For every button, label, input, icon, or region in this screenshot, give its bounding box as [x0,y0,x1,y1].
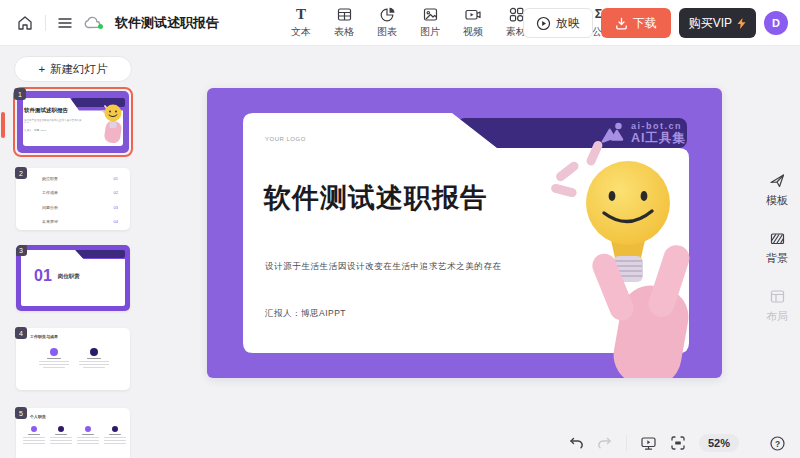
text-icon: T [296,5,306,23]
thumb-cover-art [95,99,125,143]
lightning-icon [737,18,746,29]
section-title: 岗位职责 [58,273,80,280]
download-button[interactable]: 下载 [601,8,671,38]
circle-marker [50,348,58,356]
thumb-item [103,426,127,444]
app-window: 软件测试述职报告 T 文本 表格 图表 [0,0,800,458]
thumb-title: 个人职责 [30,414,46,419]
cloud-sync-icon[interactable] [84,16,102,30]
thumb-item [78,348,110,368]
table-icon [336,5,353,23]
thumb-item [22,426,46,444]
slide-subtitle[interactable]: 设计源于生活生活因设计改变在生活中追求艺术之美的存在 [265,261,502,273]
watermark: ai-bot.cn AI工具集 [601,119,686,147]
thumb-subtitle: 设计源于生活生活因设计改变在生活中追求艺术之美的存在 [24,119,82,123]
buy-vip-button[interactable]: 购买VIP [679,8,756,38]
scroll-indicator[interactable] [1,112,5,138]
divider [45,15,46,31]
circle-marker [58,426,64,432]
thumb-item [38,348,70,368]
background-icon [769,230,786,247]
zoom-level[interactable]: 52% [699,434,739,452]
slide-thumbnail-3[interactable]: 3 01 岗位职责 [16,245,130,311]
watermark-logo-icon [601,121,625,145]
thumb-title: 工作职责与成果 [30,334,58,339]
presenter-view-button[interactable] [640,435,657,452]
chart-icon [379,5,396,23]
slide-panel: + 新建幻灯片 1 软件测试述职报告 设计源于生活生活因设计改变在生活中追求艺术… [0,46,150,458]
slide-thumbnail-2[interactable]: 2 岗位职责 01 工作成果 02 问题分析 03 未来展望 04 [16,168,130,230]
slide-title[interactable]: 软件测试述职报告 [264,180,488,216]
redo-icon [597,436,613,450]
toc-row: 岗位职责 01 [42,176,118,181]
document-title: 软件测试述职报告 [115,14,219,32]
tool-image[interactable]: 图片 [413,5,447,39]
tool-text[interactable]: T 文本 [284,5,318,39]
template-icon [769,172,786,189]
slide-thumbnail-1[interactable]: 1 软件测试述职报告 设计源于生活生活因设计改变在生活中追求艺术之美的存在 汇报… [13,87,133,157]
video-icon [464,5,482,23]
watermark-url: ai-bot.cn [631,122,682,131]
circle-marker [31,426,37,432]
toc-row: 工作成果 02 [42,190,118,195]
slide-number-badge: 1 [14,88,26,100]
play-icon [536,16,551,31]
bottom-controls: 52% ? [568,434,786,452]
panel-item-layout[interactable]: 布局 [766,288,788,324]
home-icon[interactable] [16,14,34,32]
undo-icon [568,436,584,450]
thumb-cover: 软件测试述职报告 设计源于生活生活因设计改变在生活中追求艺术之美的存在 汇报人：… [17,91,129,153]
thumb-presenter: 汇报人：博思AIPPT [24,129,46,132]
fit-screen-button[interactable] [670,435,686,451]
tool-chart[interactable]: 图表 [370,5,404,39]
watermark-name: AI工具集 [631,132,686,145]
circle-marker [85,426,91,432]
right-panel: 模板 背景 布局 [754,46,800,458]
slide-number-badge: 5 [15,407,27,419]
toc-row: 未来展望 04 [42,219,118,224]
slide-canvas[interactable]: YOUR LOGO 软件测试述职报告 设计源于生活生活因设计改变在生活中追求艺术… [207,88,722,378]
tool-table[interactable]: 表格 [327,5,361,39]
slide-thumbnail-5[interactable]: 5 个人职责 [16,408,130,458]
svg-text:?: ? [775,438,780,448]
slide-number-badge: 2 [15,167,27,179]
redo-button[interactable] [597,436,613,450]
plus-icon: + [38,63,45,75]
download-icon [615,17,628,30]
panel-item-background[interactable]: 背景 [766,230,788,266]
user-avatar[interactable]: D [764,11,788,35]
divider [626,435,627,451]
panel-item-template[interactable]: 模板 [766,172,788,208]
circle-marker [90,348,98,356]
section-number: 01 [34,267,52,285]
fit-screen-icon [670,435,686,451]
present-button[interactable]: 放映 [523,8,593,38]
layout-icon [769,288,786,305]
toc-row: 问题分析 03 [42,205,118,210]
help-icon: ? [769,435,786,452]
slide-logo-text[interactable]: YOUR LOGO [265,136,306,142]
slide-thumbnail-4[interactable]: 4 工作职责与成果 [16,328,130,390]
help-button[interactable]: ? [769,435,786,452]
thumb-item [49,426,73,444]
undo-button[interactable] [568,436,584,450]
thumb-item [76,426,100,444]
presenter-icon [640,435,657,452]
circle-marker [112,426,118,432]
top-bar: 软件测试述职报告 T 文本 表格 图表 [0,0,800,46]
slide-presenter[interactable]: 汇报人：博思AIPPT [265,308,346,320]
thumb-title: 软件测试述职报告 [24,107,68,114]
new-slide-button[interactable]: + 新建幻灯片 [14,56,132,82]
tool-video[interactable]: 视频 [456,5,490,39]
slide-number-badge: 4 [15,327,27,339]
menu-icon[interactable] [57,16,73,30]
sync-status-dot [98,24,103,29]
slide-number-badge: 3 [16,245,27,256]
image-icon [422,5,439,23]
